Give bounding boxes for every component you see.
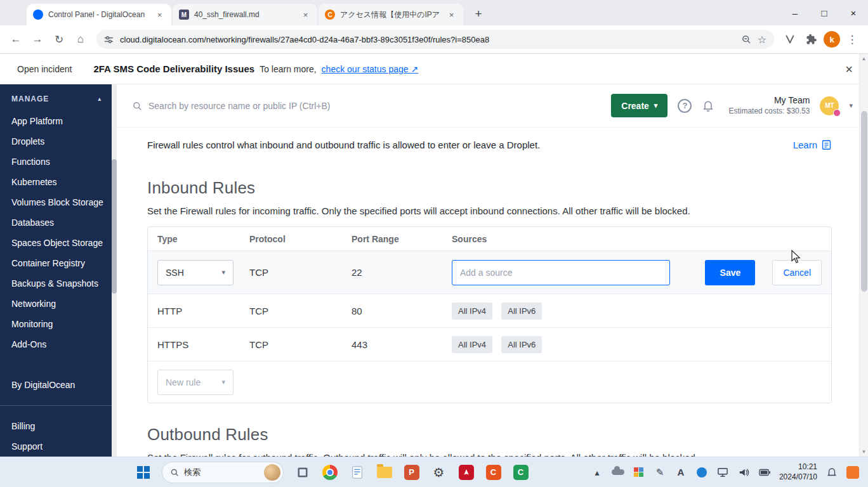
add-source-input[interactable]: [452, 260, 670, 285]
estimated-costs: Estimated costs: $30.53: [728, 107, 810, 116]
protocol-value: TCP: [249, 267, 352, 278]
tray-grid-icon[interactable]: [633, 466, 645, 479]
sidebar-item-droplets[interactable]: Droplets: [0, 131, 117, 152]
create-button[interactable]: Create ▾: [611, 94, 667, 117]
sidebar-item-by-digitalocean[interactable]: By DigitalOcean: [0, 375, 117, 395]
page-scrollbar[interactable]: ▲ ▼: [859, 54, 868, 457]
sidebar-item-monitoring[interactable]: Monitoring: [0, 314, 117, 334]
taskbar-search[interactable]: 検索: [162, 462, 284, 483]
browser-menu-icon[interactable]: ⋮: [843, 30, 862, 49]
sidebar-item-networking[interactable]: Networking: [0, 294, 117, 314]
maximize-button[interactable]: □: [810, 0, 839, 25]
windows-taskbar: 検索 P ⚙ C C ▴ ✎ A: [0, 457, 868, 487]
file-explorer-icon[interactable]: [376, 464, 393, 481]
notifications-bell-icon[interactable]: [702, 100, 714, 112]
sidebar-item-spaces[interactable]: Spaces Object Storage: [0, 233, 117, 253]
banner-close-icon[interactable]: ×: [845, 62, 853, 76]
pen-icon[interactable]: ✎: [654, 466, 666, 479]
network-icon[interactable]: [716, 466, 729, 479]
address-bar[interactable]: cloud.digitalocean.com/networking/firewa…: [96, 30, 774, 49]
c-site-favicon: C: [325, 10, 335, 20]
screen: Control Panel - DigitalOcean × M 40_ssh_…: [0, 0, 868, 487]
tab-access-info[interactable]: C アクセス情報【使用中のIPアドレス… ×: [319, 4, 463, 25]
tab-close-icon[interactable]: ×: [446, 10, 457, 20]
notification-center-icon[interactable]: [825, 466, 838, 479]
close-button[interactable]: ×: [839, 0, 868, 25]
tray-chevron-icon[interactable]: ▴: [591, 466, 603, 479]
tab-digitalocean[interactable]: Control Panel - DigitalOcean ×: [27, 4, 171, 25]
col-port-range: Port Range: [352, 234, 452, 244]
home-button[interactable]: ⌂: [71, 30, 90, 49]
sidebar-item-support[interactable]: Support: [0, 436, 117, 457]
zoom-icon[interactable]: [741, 34, 751, 44]
https-rule-row[interactable]: HTTPS TCP 443 All IPv4 All IPv6: [148, 327, 831, 361]
help-icon[interactable]: ?: [678, 99, 692, 113]
incident-banner: Open incident 2FA SMS Code Deliverabilit…: [0, 54, 868, 84]
tab-close-icon[interactable]: ×: [300, 10, 311, 20]
new-tab-button[interactable]: +: [470, 5, 487, 23]
cancel-button[interactable]: Cancel: [772, 260, 822, 285]
new-rule-select[interactable]: New rule ▾: [157, 370, 233, 395]
resource-search[interactable]: [132, 101, 601, 111]
volume-icon[interactable]: [737, 466, 750, 479]
search-input[interactable]: [148, 101, 421, 111]
onedrive-cloud-icon[interactable]: [612, 466, 624, 479]
page-scrollbar-thumb[interactable]: [861, 111, 867, 292]
status-page-link[interactable]: check our status page ↗: [322, 64, 419, 74]
notepad-app-icon[interactable]: [348, 464, 365, 481]
tab-title: Control Panel - DigitalOcean: [48, 10, 149, 19]
sidebar-item-billing[interactable]: Billing: [0, 416, 117, 436]
back-button[interactable]: ←: [6, 30, 25, 49]
learn-link[interactable]: Learn: [793, 140, 832, 150]
ime-mode-indicator[interactable]: A: [674, 466, 687, 479]
sidebar-item-databases[interactable]: Databases: [0, 212, 117, 233]
site-info-icon[interactable]: [104, 35, 114, 44]
app-red-icon[interactable]: C: [485, 464, 502, 481]
start-button[interactable]: [135, 464, 152, 481]
sidebar-item-app-platform[interactable]: App Platform: [0, 111, 117, 131]
sidebar-scrollbar[interactable]: [112, 84, 117, 457]
rule-port: 80: [352, 306, 452, 316]
settings-gear-icon[interactable]: ⚙: [430, 464, 447, 481]
create-label: Create: [621, 101, 649, 111]
powerpoint-icon[interactable]: P: [403, 464, 420, 481]
search-icon: [132, 101, 142, 111]
battery-icon[interactable]: [758, 466, 771, 479]
team-info: My Team Estimated costs: $30.53: [728, 95, 810, 116]
sidebar-item-backups[interactable]: Backups & Snapshots: [0, 273, 117, 294]
scroll-up-icon[interactable]: ▲: [860, 56, 868, 62]
sidebar-scrollbar-thumb[interactable]: [112, 159, 117, 294]
task-view-icon[interactable]: [294, 464, 311, 481]
forward-button[interactable]: →: [28, 30, 47, 49]
minimize-button[interactable]: –: [780, 0, 810, 25]
acrobat-icon[interactable]: [457, 464, 475, 481]
tab-markdown-file[interactable]: M 40_ssh_firewall.md ×: [173, 4, 317, 25]
ssh-rule-edit-row: SSH ▾ TCP 22 Save Cancel: [148, 250, 831, 294]
search-icon: [170, 468, 179, 477]
teams-status-icon[interactable]: [695, 466, 708, 479]
chrome-icon[interactable]: [321, 464, 338, 481]
new-rule-row: New rule ▾: [148, 361, 831, 403]
save-button[interactable]: Save: [705, 260, 755, 285]
browser-profile-avatar[interactable]: k: [824, 31, 840, 48]
http-rule-row[interactable]: HTTP TCP 80 All IPv4 All IPv6: [148, 294, 831, 327]
sidebar-item-volumes[interactable]: Volumes Block Storage: [0, 192, 117, 212]
sidebar-item-functions[interactable]: Functions: [0, 152, 117, 172]
team-avatar[interactable]: MT: [820, 96, 839, 115]
rule-type-select[interactable]: SSH ▾: [157, 260, 233, 285]
bookmark-star-icon[interactable]: ☆: [758, 34, 766, 46]
main-panel: Create ▾ ? My Team Estimated costs: $30.…: [117, 84, 868, 457]
app-green-icon[interactable]: C: [512, 464, 529, 481]
scroll-down-icon[interactable]: ▼: [860, 449, 868, 455]
sidebar-section-manage[interactable]: MANAGE ▴: [0, 88, 117, 111]
reload-button[interactable]: ↻: [49, 30, 69, 49]
extension-shield-icon[interactable]: [780, 30, 799, 49]
extensions-puzzle-icon[interactable]: [802, 30, 821, 49]
taskbar-clock[interactable]: 10:21 2024/07/10: [779, 462, 817, 482]
tab-close-icon[interactable]: ×: [154, 10, 165, 20]
chevron-down-icon[interactable]: ▾: [849, 101, 853, 110]
sidebar-item-kubernetes[interactable]: Kubernetes: [0, 172, 117, 192]
sidebar-item-addons[interactable]: Add-Ons: [0, 334, 117, 354]
tray-app-badge-icon[interactable]: [846, 466, 859, 479]
sidebar-item-container-registry[interactable]: Container Registry: [0, 253, 117, 273]
